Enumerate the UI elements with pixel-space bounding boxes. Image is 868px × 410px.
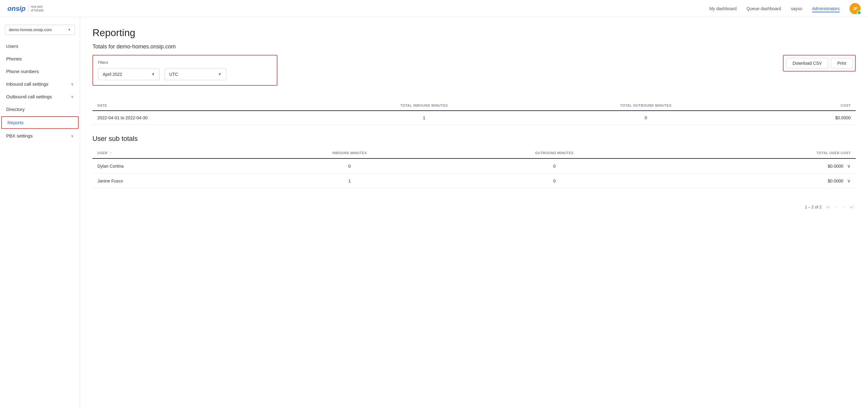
sidebar-item-inbound-call-settings[interactable]: Inbound call settings ∨ (0, 78, 80, 90)
filters-row: April 2022 ▼ UTC ▼ (98, 68, 272, 80)
avatar-status-badge (857, 10, 861, 15)
domain-name: demo-homes.onsip.com (9, 27, 52, 32)
cell-user-1: Janine Fusco (92, 174, 251, 188)
subtotals-table: USER ↑ INBOUND MINUTES OUTBOUND MINUTES … (92, 148, 856, 188)
page-layout: demo-homes.onsip.com ▼ Users Phones Phon… (0, 17, 868, 410)
cell-total-inbound: 1 (317, 111, 531, 125)
outbound-chevron-icon: ∨ (71, 95, 74, 99)
cell-cost-0: $0.0000 ∨ (661, 158, 856, 174)
col-total-user-cost: TOTAL USER COST (661, 148, 856, 158)
col-total-outbound: TOTAL OUTBOUND MINUTES (531, 100, 761, 111)
domain-selector[interactable]: demo-homes.onsip.com ▼ (5, 25, 75, 35)
cell-cost: $0.0000 (761, 111, 856, 125)
nav-administrators[interactable]: Administrators (812, 5, 840, 12)
page-title: Reporting (92, 27, 856, 38)
cell-outbound-1: 0 (447, 174, 661, 188)
nav-my-dashboard[interactable]: My dashboard (709, 5, 737, 12)
col-total-inbound: TOTAL INBOUND MINUTES (317, 100, 531, 111)
timezone-filter-select[interactable]: UTC ▼ (164, 68, 226, 80)
table-row: Dylan Cortina 0 0 $0.0000 ∨ (92, 158, 856, 174)
logo-subtitle: now part of Intrado (28, 5, 44, 12)
user-sort-icon: ↑ (110, 151, 112, 155)
date-filter-value: April 2022 (103, 72, 122, 77)
logo-text: onsip (7, 5, 26, 13)
sidebar: demo-homes.onsip.com ▼ Users Phones Phon… (0, 17, 80, 410)
timezone-filter-arrow-icon: ▼ (218, 72, 222, 76)
pagination-prev-button[interactable]: ‹ (834, 203, 839, 211)
pagination-next-button[interactable]: › (841, 203, 846, 211)
sidebar-item-pbx-settings[interactable]: PBX settings ∨ (0, 129, 80, 142)
pagination-first-button[interactable]: |◂ (824, 203, 831, 211)
col-cost: COST (761, 100, 856, 111)
header-nav: My dashboard Queue dashboard sayso Admin… (709, 3, 861, 14)
sidebar-item-directory[interactable]: Directory (0, 103, 80, 116)
cell-user-0: Dylan Cortina (92, 158, 251, 174)
pagination-range: 1 – 2 of 2 (805, 205, 822, 209)
date-filter-arrow-icon: ▼ (151, 72, 155, 76)
domain-chevron-icon: ▼ (68, 28, 71, 31)
pagination-last-button[interactable]: ▸| (848, 203, 856, 211)
avatar[interactable]: JF (849, 3, 861, 14)
col-inbound-minutes: INBOUND MINUTES (251, 148, 447, 158)
sidebar-item-phones[interactable]: Phones (0, 53, 80, 65)
table-row: 2022-04-01 to 2022-04-30 1 0 $0.0000 (92, 111, 856, 125)
cell-outbound-0: 0 (447, 158, 661, 174)
filters-box: Filters April 2022 ▼ UTC ▼ (92, 55, 277, 86)
print-button[interactable]: Print (831, 58, 852, 68)
avatar-initials: JF (852, 6, 858, 11)
app-header: onsip now part of Intrado My dashboard Q… (0, 0, 868, 17)
cell-inbound-1: 1 (251, 174, 447, 188)
cell-date: 2022-04-01 to 2022-04-30 (92, 111, 317, 125)
col-outbound-minutes: OUTBOUND MINUTES (447, 148, 661, 158)
nav-sayso[interactable]: sayso (791, 5, 802, 12)
main-content: Reporting Totals for demo-homes.onsip.co… (80, 17, 868, 410)
download-csv-button[interactable]: Download CSV (786, 58, 828, 68)
cell-total-outbound: 0 (531, 111, 761, 125)
sidebar-item-outbound-call-settings[interactable]: Outbound call settings ∨ (0, 90, 80, 103)
cell-inbound-0: 0 (251, 158, 447, 174)
date-filter-select[interactable]: April 2022 ▼ (98, 68, 160, 80)
pagination: 1 – 2 of 2 |◂ ‹ › ▸| (92, 198, 856, 216)
logo: onsip now part of Intrado (7, 5, 44, 13)
filters-label: Filters (98, 60, 272, 65)
sidebar-item-phone-numbers[interactable]: Phone numbers (0, 65, 80, 78)
subtotals-title: User sub totals (92, 135, 856, 143)
nav-queue-dashboard[interactable]: Queue dashboard (747, 5, 781, 12)
table-row: Janine Fusco 1 0 $0.0000 ∨ (92, 174, 856, 188)
expand-row-1-button[interactable]: ∨ (847, 178, 851, 183)
timezone-filter-value: UTC (169, 72, 178, 77)
inbound-chevron-icon: ∨ (71, 82, 74, 86)
col-user[interactable]: USER ↑ (92, 148, 251, 158)
action-buttons-area: Download CSV Print (783, 55, 856, 71)
sidebar-item-users[interactable]: Users (0, 40, 80, 53)
col-date: DATE (92, 100, 317, 111)
totals-table: DATE TOTAL INBOUND MINUTES TOTAL OUTBOUN… (92, 100, 856, 125)
section-subtitle: Totals for demo-homes.onsip.com (92, 43, 856, 50)
expand-row-0-button[interactable]: ∨ (847, 163, 851, 169)
cell-cost-1: $0.0000 ∨ (661, 174, 856, 188)
pbx-chevron-icon: ∨ (71, 134, 74, 138)
sidebar-item-reports[interactable]: Reports (1, 116, 79, 129)
